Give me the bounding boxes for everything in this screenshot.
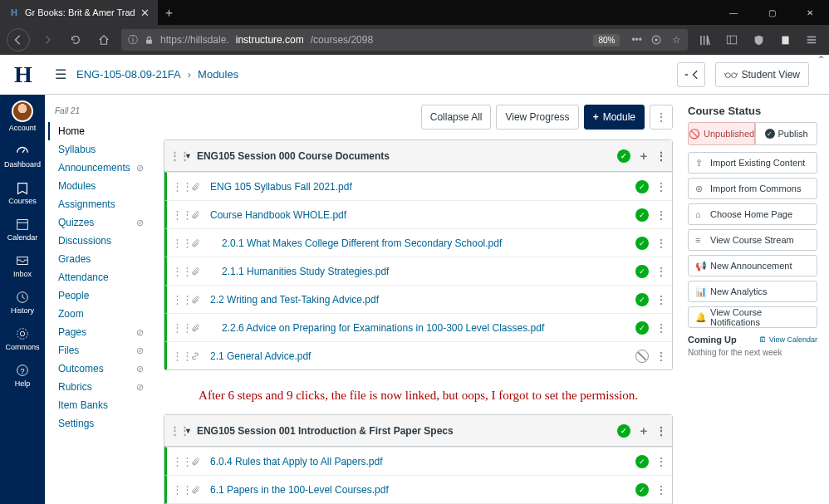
sidebar-choose-home-page[interactable]: ⌂Choose Home Page bbox=[688, 203, 817, 225]
published-icon[interactable]: ✓ bbox=[635, 293, 649, 306]
course-nav-link[interactable]: Discussions bbox=[58, 235, 111, 247]
course-nav-rubrics[interactable]: Rubrics⊘ bbox=[53, 378, 149, 396]
kebab-icon[interactable]: ⋮ bbox=[655, 265, 667, 278]
course-nav-link[interactable]: Home bbox=[58, 125, 85, 137]
module-header[interactable]: ⋮⋮▼ENG105 Session 000 Course Documents✓+… bbox=[164, 140, 672, 172]
kebab-icon[interactable]: ⋮ bbox=[655, 455, 667, 468]
browser-tab-active[interactable]: H Gr Books: Brit & Amer Trad ✕ bbox=[0, 0, 158, 25]
library-icon[interactable] bbox=[694, 29, 716, 51]
drag-handle-icon[interactable]: ⋮⋮ bbox=[169, 424, 183, 437]
view-calendar-link[interactable]: 🗓 View Calendar bbox=[759, 335, 817, 344]
drag-handle-icon[interactable]: ⋮⋮ bbox=[172, 208, 185, 221]
course-nav-zoom[interactable]: Zoom bbox=[53, 305, 149, 323]
course-nav-grades[interactable]: Grades bbox=[53, 250, 149, 268]
course-nav-syllabus[interactable]: Syllabus bbox=[53, 140, 149, 159]
course-nav-outcomes[interactable]: Outcomes⊘ bbox=[53, 360, 149, 378]
global-nav-account[interactable]: Account bbox=[0, 95, 45, 138]
window-minimize-icon[interactable]: — bbox=[714, 0, 753, 25]
kebab-icon[interactable]: ⋮ bbox=[655, 180, 667, 193]
course-nav-settings[interactable]: Settings bbox=[53, 414, 149, 433]
drag-handle-icon[interactable]: ⋮⋮ bbox=[172, 265, 185, 277]
sidebar-view-course-notifications[interactable]: 🔔View Course Notifications bbox=[688, 306, 817, 328]
drag-handle-icon[interactable]: ⋮⋮ bbox=[172, 455, 185, 467]
published-icon[interactable]: ✓ bbox=[617, 424, 630, 438]
sidebar-new-analytics[interactable]: 📊New Analytics bbox=[688, 281, 817, 302]
kebab-icon[interactable]: ⋮ bbox=[655, 424, 667, 438]
course-nav-announcements[interactable]: Announcements⊘ bbox=[53, 159, 149, 177]
drag-handle-icon[interactable]: ⋮⋮ bbox=[172, 293, 185, 306]
kebab-icon[interactable]: ⋮ bbox=[655, 237, 667, 250]
global-nav-dashboard[interactable]: Dashboard bbox=[0, 138, 45, 174]
course-nav-link[interactable]: Pages bbox=[58, 326, 86, 338]
course-nav-toggle-icon[interactable]: ☰ bbox=[55, 66, 66, 82]
course-nav-link[interactable]: Announcements bbox=[58, 162, 130, 174]
published-icon[interactable]: ✓ bbox=[635, 321, 649, 335]
module-item-link[interactable]: 2.0.1 What Makes College Different from … bbox=[210, 237, 635, 249]
course-nav-link[interactable]: People bbox=[58, 290, 89, 301]
published-icon[interactable]: ✓ bbox=[635, 180, 649, 193]
kebab-icon[interactable]: ⋮ bbox=[655, 208, 667, 222]
published-icon[interactable]: ✓ bbox=[617, 149, 630, 163]
module-item-link[interactable]: ENG 105 Syllabus Fall 2021.pdf bbox=[210, 181, 635, 193]
brand-logo[interactable]: H bbox=[0, 55, 45, 95]
course-nav-files[interactable]: Files⊘ bbox=[53, 341, 149, 360]
course-nav-link[interactable]: Outcomes bbox=[58, 363, 104, 374]
sidebar-new-announcement[interactable]: 📢New Announcement bbox=[688, 255, 817, 276]
nav-home-button[interactable] bbox=[93, 29, 115, 51]
crumb-page[interactable]: Modules bbox=[198, 68, 238, 81]
add-item-icon[interactable]: + bbox=[637, 149, 650, 163]
menu-icon[interactable] bbox=[801, 29, 822, 51]
course-nav-item-banks[interactable]: Item Banks bbox=[53, 396, 149, 414]
global-nav-inbox[interactable]: Inbox bbox=[0, 247, 45, 284]
page-action-dots-icon[interactable]: ••• bbox=[631, 34, 642, 46]
module-item-link[interactable]: 2.2 Writing and Test-Taking Advice.pdf bbox=[210, 294, 635, 306]
sidebar-view-course-stream[interactable]: ≡View Course Stream bbox=[688, 229, 817, 251]
module-item-link[interactable]: 6.1 Papers in the 100-Level Courses.pdf bbox=[210, 484, 635, 496]
module-item-link[interactable]: Course Handbook WHOLE.pdf bbox=[210, 209, 635, 221]
module-item-link[interactable]: 2.1 General Advice.pdf bbox=[210, 350, 635, 362]
published-icon[interactable]: ✓ bbox=[635, 208, 649, 222]
course-nav-assignments[interactable]: Assignments bbox=[53, 195, 149, 213]
kebab-icon[interactable]: ⋮ bbox=[655, 350, 667, 363]
unpublished-button[interactable]: 🚫 Unpublished bbox=[688, 122, 755, 145]
course-nav-quizzes[interactable]: Quizzes⊘ bbox=[53, 213, 149, 232]
view-progress-button[interactable]: View Progress bbox=[496, 105, 578, 130]
module-header[interactable]: ⋮⋮▼ENG105 Session 001 Introduction & Fir… bbox=[164, 415, 672, 447]
add-item-icon[interactable]: + bbox=[637, 423, 650, 438]
add-module-button[interactable]: + Module bbox=[584, 105, 645, 130]
course-nav-modules[interactable]: Modules bbox=[53, 177, 149, 195]
nav-forward-button[interactable] bbox=[37, 29, 58, 51]
course-nav-link[interactable]: Syllabus bbox=[58, 144, 96, 155]
zoom-level[interactable]: 80% bbox=[593, 34, 620, 46]
global-nav-courses[interactable]: Courses bbox=[0, 174, 45, 211]
course-nav-link[interactable]: Quizzes bbox=[58, 217, 94, 228]
window-maximize-icon[interactable]: ▢ bbox=[753, 0, 791, 25]
module-item-link[interactable]: 2.2.6 Advice on Preparing for Examinatio… bbox=[210, 322, 635, 334]
global-nav-commons[interactable]: Commons bbox=[0, 321, 45, 357]
site-info-icon[interactable]: ⓘ bbox=[128, 33, 138, 47]
sidebar-import-from-commons[interactable]: ⊚Import from Commons bbox=[688, 178, 817, 199]
drag-handle-icon[interactable]: ⋮⋮ bbox=[172, 237, 185, 249]
course-nav-link[interactable]: Grades bbox=[58, 253, 91, 265]
caret-down-icon[interactable]: ▼ bbox=[184, 427, 192, 435]
course-nav-link[interactable]: Assignments bbox=[58, 198, 115, 210]
crumb-course[interactable]: ENG-105-08.09-21FA bbox=[76, 68, 181, 81]
window-close-icon[interactable]: ✕ bbox=[791, 0, 829, 25]
url-bar[interactable]: ⓘ https://hillsdale.instructure.com/cour… bbox=[121, 29, 688, 51]
course-nav-people[interactable]: People bbox=[53, 286, 149, 305]
course-nav-link[interactable]: Settings bbox=[58, 418, 94, 429]
downloads-icon[interactable] bbox=[774, 29, 796, 51]
course-nav-link[interactable]: Rubrics bbox=[58, 381, 92, 393]
publish-button[interactable]: ✓ Publish bbox=[755, 122, 817, 145]
protection-shield-icon[interactable] bbox=[748, 29, 769, 51]
drag-handle-icon[interactable]: ⋮⋮ bbox=[169, 149, 183, 162]
published-icon[interactable]: ✓ bbox=[635, 455, 649, 468]
kebab-icon[interactable]: ⋮ bbox=[655, 149, 667, 163]
caret-down-icon[interactable]: ▼ bbox=[184, 152, 192, 160]
sidebar-toggle-icon[interactable] bbox=[721, 29, 743, 51]
course-nav-link[interactable]: Files bbox=[58, 345, 79, 356]
module-item-link[interactable]: 6.0.4 Rules that Apply to All Papers.pdf bbox=[210, 456, 635, 467]
collapse-all-button[interactable]: Collapse All bbox=[421, 105, 492, 130]
global-nav-help[interactable]: ? Help bbox=[0, 357, 45, 394]
course-nav-link[interactable]: Zoom bbox=[58, 308, 84, 320]
